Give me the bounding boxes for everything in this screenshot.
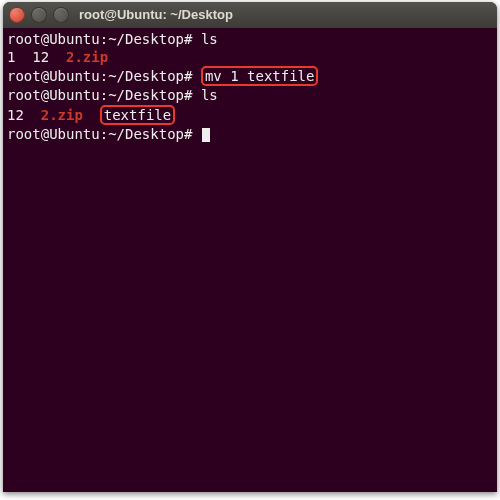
- output-text: 1 12: [7, 49, 66, 65]
- terminal-body[interactable]: root@Ubuntu:~/Desktop# ls1 12 2.ziproot@…: [3, 28, 497, 492]
- prompt: root@Ubuntu:~/Desktop#: [7, 87, 192, 103]
- output-archive: 2.zip: [66, 49, 108, 65]
- command-text: mv 1 textfile: [205, 68, 315, 84]
- terminal-line: root@Ubuntu:~/Desktop# ls: [7, 86, 493, 104]
- terminal-line: root@Ubuntu:~/Desktop# mv 1 textfile: [7, 66, 493, 86]
- command-text: ls: [201, 87, 218, 103]
- maximize-icon[interactable]: [53, 7, 69, 23]
- terminal-line: root@Ubuntu:~/Desktop#: [7, 125, 493, 143]
- terminal-line: 1 12 2.zip: [7, 48, 493, 66]
- terminal-line: 12 2.zip textfile: [7, 105, 493, 125]
- prompt: root@Ubuntu:~/Desktop#: [7, 126, 192, 142]
- terminal-window: root@Ubuntu: ~/Desktop root@Ubuntu:~/Des…: [3, 2, 497, 492]
- terminal-line: root@Ubuntu:~/Desktop# ls: [7, 30, 493, 48]
- minimize-icon[interactable]: [31, 7, 47, 23]
- titlebar[interactable]: root@Ubuntu: ~/Desktop: [3, 2, 497, 28]
- output-archive: 2.zip: [41, 107, 83, 123]
- prompt: root@Ubuntu:~/Desktop#: [7, 31, 192, 47]
- output-text: textfile: [104, 107, 171, 123]
- prompt: root@Ubuntu:~/Desktop#: [7, 68, 192, 84]
- highlight-box: mv 1 textfile: [201, 66, 319, 86]
- window-title: root@Ubuntu: ~/Desktop: [79, 7, 233, 24]
- output-text: 12: [7, 107, 41, 123]
- highlight-box: textfile: [100, 105, 175, 125]
- close-icon[interactable]: [9, 7, 25, 23]
- output-text: [83, 107, 100, 123]
- command-text: ls: [201, 31, 218, 47]
- cursor: [202, 128, 210, 142]
